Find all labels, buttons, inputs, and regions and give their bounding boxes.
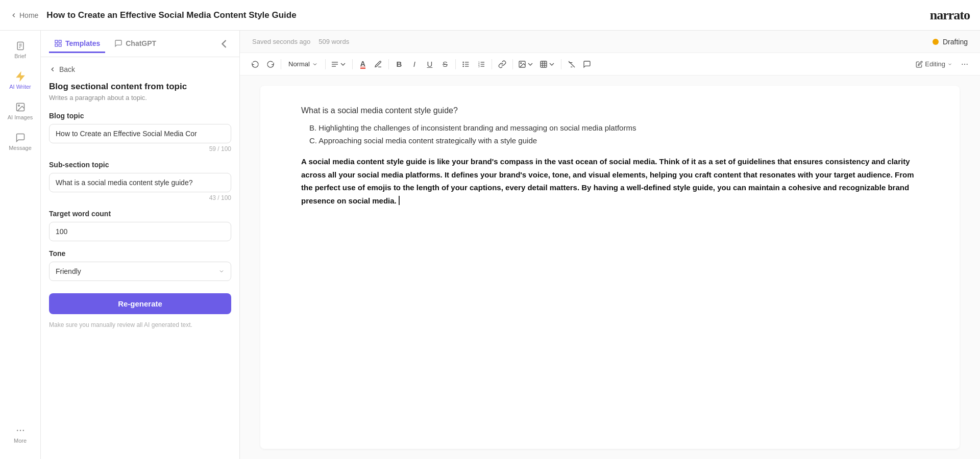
editing-mode-select[interactable]: Editing (912, 60, 957, 68)
blog-topic-counter: 59 / 100 (49, 145, 231, 152)
svg-point-30 (521, 62, 522, 63)
content-body-text: A social media content style guide is li… (301, 157, 914, 205)
undo-icon (251, 60, 259, 68)
svg-rect-12 (55, 44, 58, 46)
blog-topic-input[interactable] (49, 124, 231, 143)
text-color-button[interactable]: A (356, 57, 370, 71)
panel-section-desc: Writes a paragraph about a topic. (49, 94, 231, 101)
sidebar-item-message[interactable]: Message (4, 128, 37, 156)
bold-button[interactable]: B (392, 57, 406, 71)
style-select[interactable]: Normal (284, 57, 322, 71)
undo-button[interactable] (248, 57, 262, 71)
svg-point-8 (19, 430, 21, 431)
link-button[interactable] (495, 57, 509, 71)
align-button[interactable] (329, 57, 349, 71)
content-bullet-1: B. Highlighting the challenges of incons… (301, 123, 919, 132)
sidebar-item-ai-images[interactable]: AI Images (4, 97, 37, 125)
editor-statusbar: Saved seconds ago 509 words Drafting (240, 31, 980, 53)
underline-label: U (427, 60, 432, 68)
sidebar-item-ai-writer[interactable]: AI Writer (4, 66, 37, 95)
home-link[interactable]: Home (10, 11, 38, 19)
bullet-list-icon (462, 60, 470, 68)
chevron-down-table-icon (548, 60, 556, 68)
svg-rect-11 (59, 40, 61, 43)
back-label: Back (59, 65, 75, 73)
bullet-list-button[interactable] (459, 57, 473, 71)
toolbar-separator-5 (455, 59, 456, 69)
grid-icon (54, 39, 62, 47)
subsection-topic-input[interactable] (49, 173, 231, 192)
table-icon (540, 60, 548, 68)
more-options-button[interactable] (958, 57, 972, 71)
italic-button[interactable]: I (407, 57, 422, 71)
drafting-dot (933, 39, 939, 45)
svg-point-6 (18, 105, 19, 107)
regenerate-button[interactable]: Re-generate (49, 293, 231, 314)
table-button[interactable] (537, 57, 558, 71)
redo-icon (266, 60, 275, 68)
svg-point-20 (463, 62, 463, 62)
text-cursor (399, 196, 400, 205)
tone-label: Tone (49, 249, 231, 258)
panel-section-title: Blog sectional content from topic (49, 82, 231, 92)
doc-title: How to Create an Effective Social Media … (46, 10, 296, 20)
sidebar-label-ai-images: AI Images (8, 114, 33, 120)
sidebar-item-brief[interactable]: Brief (4, 36, 37, 64)
redo-button[interactable] (263, 57, 278, 71)
document-icon (15, 41, 26, 51)
editor-content-area[interactable]: What is a social media content style gui… (260, 86, 960, 449)
numbered-list-button[interactable]: 123 (474, 57, 488, 71)
drafting-status: Drafting (933, 38, 968, 46)
svg-point-7 (16, 430, 18, 431)
chevron-down-align-icon (339, 60, 347, 68)
strikethrough-button[interactable]: S (438, 57, 452, 71)
panel-disclaimer: Make sure you manually review all AI gen… (49, 320, 231, 329)
panel-collapse-button[interactable] (217, 37, 231, 51)
back-button[interactable]: Back (49, 65, 231, 73)
chevron-left-panel-icon (217, 37, 231, 51)
tone-select[interactable]: Friendly Professional Casual Formal (49, 262, 231, 281)
strikethrough-label: S (443, 60, 448, 68)
chevron-down-image-icon (526, 60, 534, 68)
word-count-input[interactable] (49, 222, 231, 241)
svg-rect-10 (55, 40, 58, 43)
underline-button[interactable]: U (423, 57, 437, 71)
tab-chatgpt[interactable]: ChatGPT (109, 35, 161, 53)
content-bullets: B. Highlighting the challenges of incons… (301, 123, 919, 145)
comment-button[interactable] (580, 57, 594, 71)
chat-icon (114, 39, 122, 47)
image-button[interactable] (516, 57, 536, 71)
sidebar-label-brief: Brief (14, 53, 26, 59)
drafting-label: Drafting (943, 38, 968, 46)
sidebar-item-more[interactable]: More (4, 420, 37, 449)
toolbar-separator-1 (281, 59, 281, 69)
toolbar-separator-2 (325, 59, 326, 69)
editing-mode-label: Editing (925, 60, 945, 68)
blog-topic-label: Blog topic (49, 112, 231, 120)
status-info: Saved seconds ago 509 words (252, 38, 349, 45)
home-label: Home (19, 11, 38, 19)
highlight-button[interactable] (371, 57, 385, 71)
style-select-label: Normal (288, 60, 310, 68)
sidebar-label-ai-writer: AI Writer (9, 84, 31, 90)
sidebar-label-more: More (14, 438, 27, 444)
svg-text:3: 3 (478, 65, 480, 68)
icon-sidebar: Brief AI Writer AI Images Message More (0, 31, 41, 459)
svg-point-39 (962, 64, 963, 65)
panel-content: Back Blog sectional content from topic W… (41, 57, 239, 338)
clear-format-button[interactable] (565, 57, 579, 71)
tab-templates-label: Templates (65, 39, 100, 47)
word-count-label: Target word count (49, 210, 231, 218)
subsection-topic-label: Sub-section topic (49, 161, 231, 169)
subsection-counter: 43 / 100 (49, 194, 231, 201)
svg-point-40 (964, 64, 965, 65)
panel: Templates ChatGPT Back Blog sectional co… (41, 31, 240, 459)
ellipsis-icon (961, 60, 969, 68)
svg-point-22 (463, 66, 463, 66)
link-icon (498, 60, 506, 68)
word-count-status: 509 words (318, 38, 349, 45)
saved-status: Saved seconds ago (252, 38, 310, 45)
tab-templates[interactable]: Templates (49, 35, 105, 53)
sidebar-label-message: Message (9, 145, 32, 151)
message-icon (15, 133, 26, 143)
